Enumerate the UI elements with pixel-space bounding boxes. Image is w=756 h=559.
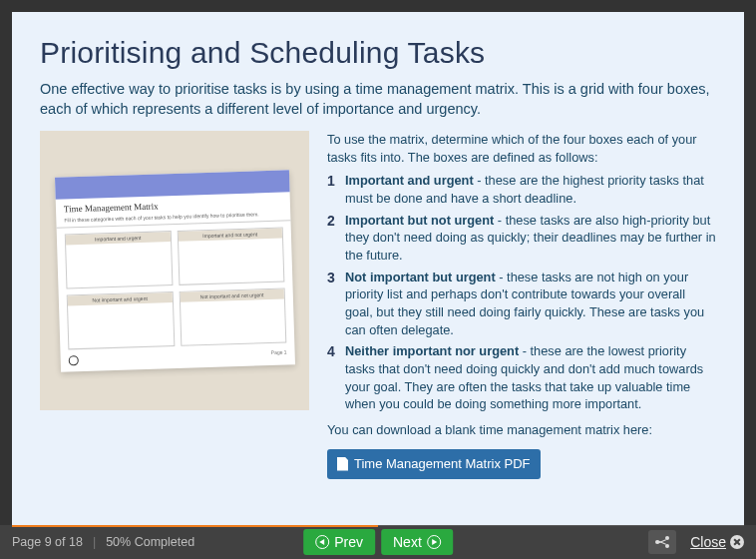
chevron-right-icon (427, 535, 441, 549)
instructions-column: To use the matrix, determine which of th… (327, 131, 716, 478)
close-icon (730, 535, 744, 549)
thumbnail-column: Time Management Matrix Fill in these cat… (40, 131, 309, 478)
chevron-left-icon (315, 535, 329, 549)
definition-item: Not important but urgent - these tasks a… (327, 269, 716, 339)
share-icon (655, 536, 669, 548)
content-panel: Prioritising and Scheduling Tasks One ef… (12, 12, 744, 525)
download-prompt: You can download a blank time management… (327, 421, 716, 439)
bottom-bar: Page 9 of 18 | 50% Completed Prev Next C… (0, 525, 756, 559)
logo-icon (68, 355, 78, 365)
progress-indicator: 50% Completed (106, 535, 194, 549)
separator: | (93, 535, 96, 549)
download-pdf-label: Time Management Matrix PDF (354, 455, 531, 473)
matrix-quadrant: Not important and urgent (66, 291, 174, 349)
definition-item: Important and urgent - these are the hig… (327, 172, 716, 207)
matrix-quadrant: Not important and not urgent (179, 287, 286, 345)
status-text: Page 9 of 18 | 50% Completed (12, 535, 194, 549)
prev-label: Prev (334, 534, 363, 550)
page-intro: One effective way to prioritise tasks is… (40, 80, 716, 119)
share-button[interactable] (648, 530, 676, 554)
matrix-quadrant: Important and not urgent (177, 227, 284, 284)
content-columns: Time Management Matrix Fill in these cat… (40, 131, 716, 478)
progress-fill (12, 525, 378, 527)
definitions-list: Important and urgent - these are the hig… (327, 172, 716, 413)
close-button[interactable]: Close (690, 534, 744, 550)
instructions-lead: To use the matrix, determine which of th… (327, 131, 716, 166)
download-pdf-button[interactable]: Time Management Matrix PDF (327, 449, 541, 479)
nav-buttons: Prev Next (303, 529, 453, 555)
file-icon (337, 457, 348, 471)
prev-button[interactable]: Prev (303, 529, 375, 555)
next-label: Next (393, 534, 422, 550)
next-button[interactable]: Next (381, 529, 453, 555)
matrix-thumb-grid: Important and urgent Important and not u… (56, 221, 294, 353)
definition-item: Important but not urgent - these tasks a… (327, 212, 716, 265)
definition-item: Neither important nor urgent - these are… (327, 342, 716, 413)
close-label: Close (690, 534, 726, 550)
bar-right-group: Close (648, 530, 744, 554)
page-indicator: Page 9 of 18 (12, 535, 83, 549)
matrix-quadrant: Important and urgent (64, 231, 172, 288)
matrix-thumbnail-frame: Time Management Matrix Fill in these cat… (40, 131, 309, 410)
matrix-thumbnail: Time Management Matrix Fill in these cat… (54, 170, 294, 371)
matrix-thumb-page: Page 1 (270, 348, 286, 358)
page-title: Prioritising and Scheduling Tasks (40, 36, 716, 70)
